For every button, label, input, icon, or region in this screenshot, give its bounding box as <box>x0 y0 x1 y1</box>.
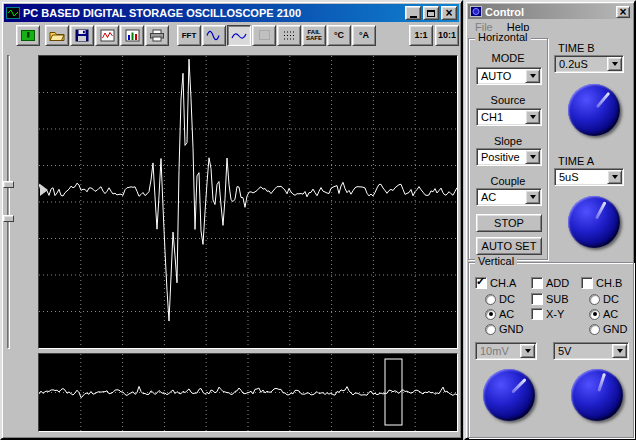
volts-b-knob[interactable] <box>571 369 623 421</box>
knob-pointer <box>597 373 606 392</box>
cha-dc-radio[interactable] <box>485 294 496 305</box>
close-icon <box>445 7 452 19</box>
volts-b-select[interactable]: 5V <box>553 342 629 360</box>
control-close-button[interactable] <box>616 6 630 18</box>
time-a-label: TIME A <box>558 155 594 167</box>
time-a-value: 5uS <box>555 169 606 185</box>
main-scope-display[interactable] <box>38 55 458 349</box>
couple-dropdown-arrow-icon[interactable] <box>525 190 540 204</box>
time-a-dropdown-arrow-icon[interactable] <box>607 170 622 184</box>
probe-1x-button[interactable]: 1:1 <box>409 25 433 46</box>
cha-dc-label: DC <box>499 293 515 305</box>
overview-scope-display[interactable] <box>38 353 458 432</box>
knob-pointer <box>595 201 607 219</box>
dotted-display-button[interactable] <box>277 25 301 46</box>
save-file-button[interactable] <box>70 25 94 46</box>
knob-pointer <box>595 91 610 107</box>
slope-value: Positive <box>477 149 524 165</box>
export-chart-button[interactable] <box>120 25 144 46</box>
maximize-button[interactable] <box>423 6 439 20</box>
slider-track[interactable] <box>7 55 10 349</box>
time-a-knob[interactable] <box>568 196 620 248</box>
volts-b-dropdown-arrow-icon[interactable] <box>612 344 627 358</box>
probe-10x-button[interactable]: 10:1 <box>435 25 459 46</box>
time-b-label: TIME B <box>558 42 595 54</box>
fail-safe-label: FAIL SAFE <box>306 29 322 41</box>
control-window-title: Control <box>485 6 613 18</box>
volts-a-knob[interactable] <box>483 369 535 421</box>
coupling-a-button[interactable]: °A <box>352 25 376 46</box>
sub-checkbox[interactable] <box>531 293 543 305</box>
slope-dropdown-arrow-icon[interactable] <box>525 150 540 164</box>
time-b-value: 0.2uS <box>555 56 606 72</box>
auto-set-button[interactable]: AUTO SET <box>476 237 542 255</box>
chb-ac-row: AC <box>589 308 618 320</box>
horizontal-group: Horizontal MODE AUTO Source CH1 Slope Po… <box>468 38 548 260</box>
source-label: Source <box>469 94 547 106</box>
time-b-select[interactable]: 0.2uS <box>554 55 624 73</box>
chb-ac-radio[interactable] <box>589 309 600 320</box>
open-file-button[interactable] <box>45 25 69 46</box>
cha-ac-row: AC <box>485 308 514 320</box>
cha-row: CH.A <box>475 277 516 289</box>
time-b-dropdown-arrow-icon[interactable] <box>607 57 622 71</box>
chb-gnd-label: GND <box>603 323 627 335</box>
run-acquire-button[interactable] <box>16 25 40 46</box>
control-window-icon <box>470 6 482 17</box>
close-button[interactable] <box>441 6 457 20</box>
toolbar: FFT FAIL SAFE °C <box>4 23 459 47</box>
time-a-select[interactable]: 5uS <box>554 168 624 186</box>
main-titlebar[interactable]: PC BASED DIGITAL STORAGE OSCILLOSCOPE 21… <box>4 4 459 22</box>
minimize-button[interactable] <box>405 6 421 20</box>
cha-gnd-row: GND <box>485 323 523 335</box>
cha-checkbox[interactable] <box>475 277 487 289</box>
fail-safe-button[interactable]: FAIL SAFE <box>302 25 326 46</box>
slope-select[interactable]: Positive <box>476 148 542 166</box>
export-waveform-button[interactable] <box>95 25 119 46</box>
volts-a-select[interactable]: 10mV <box>475 342 537 360</box>
mode-select[interactable]: AUTO <box>476 67 542 85</box>
cha-gnd-radio[interactable] <box>485 324 496 335</box>
volts-a-value: 10mV <box>476 343 519 359</box>
chb-dc-radio[interactable] <box>589 294 600 305</box>
save-floppy-icon <box>75 29 90 42</box>
chb-label: CH.B <box>596 277 622 289</box>
volts-b-value: 5V <box>554 343 611 359</box>
app-icon <box>6 6 20 20</box>
time-b-knob[interactable] <box>568 84 620 136</box>
volts-a-dropdown-arrow-icon[interactable] <box>520 344 535 358</box>
sine-wave-icon <box>206 29 222 42</box>
chb-checkbox[interactable] <box>581 277 593 289</box>
xy-checkbox[interactable] <box>531 308 543 320</box>
interpolation-button[interactable] <box>227 25 251 46</box>
waveform-page-icon <box>100 29 115 42</box>
source-select[interactable]: CH1 <box>476 108 542 126</box>
vertical-position-slider[interactable] <box>2 55 15 349</box>
chb-gnd-radio[interactable] <box>589 324 600 335</box>
control-titlebar[interactable]: Control <box>468 4 632 19</box>
slider-thumb-b[interactable] <box>3 215 14 222</box>
sub-label: SUB <box>546 293 569 305</box>
probe-1x-label: 1:1 <box>414 30 427 40</box>
cha-label: CH.A <box>490 277 516 289</box>
horizontal-group-label: Horizontal <box>475 31 531 43</box>
waveform-mode-button[interactable] <box>202 25 226 46</box>
probe-10x-label: 10:1 <box>438 30 456 40</box>
coupling-c-button[interactable]: °C <box>327 25 351 46</box>
mode-label: MODE <box>469 52 547 64</box>
add-checkbox[interactable] <box>531 277 543 289</box>
mode-dropdown-arrow-icon[interactable] <box>525 69 540 83</box>
chb-row: CH.B <box>581 277 622 289</box>
fft-button[interactable]: FFT <box>177 25 201 46</box>
cha-ac-radio[interactable] <box>485 309 496 320</box>
slider-thumb-a[interactable] <box>3 181 14 188</box>
couple-select[interactable]: AC <box>476 188 542 206</box>
control-close-icon <box>619 6 626 18</box>
stop-button[interactable]: STOP <box>476 214 542 232</box>
dotted-lines-icon <box>282 29 297 42</box>
disabled-display-button <box>252 25 276 46</box>
knob-pointer <box>511 378 527 394</box>
sub-row: SUB <box>531 293 569 305</box>
print-button[interactable] <box>145 25 169 46</box>
source-dropdown-arrow-icon[interactable] <box>525 110 540 124</box>
